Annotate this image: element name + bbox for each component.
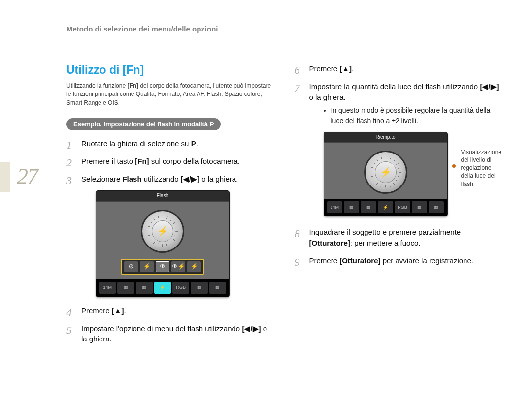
fn-thumb: ▦ [117,282,134,294]
fn-thumb: ▦ [191,282,207,294]
side-tab [0,162,10,192]
flash-option: ⚡ [140,261,154,272]
fn-thumb: ⚡ [378,201,393,213]
fn-thumb: ▦ [361,201,376,213]
fn-thumb: ⚡ [154,282,171,294]
fn-thumb-row: 14M▦▦⚡RGB▦▦ [324,199,447,214]
camera-screen: Flash⚡⊘⚡👁👁⚡⚡14M▦▦⚡RGB▦▦ [96,191,229,297]
right-column: Premere [▲].Impostare la quantità della … [295,63,500,351]
step-item: Inquadrare il soggetto e premere parzial… [295,227,500,248]
annotated-screenshot: Riemp.to⚡14M▦▦⚡RGB▦▦Visualizzazione del … [324,132,500,216]
flash-option: 👁⚡ [171,261,185,272]
example-pill: Esempio. Impostazione del flash in modal… [66,118,221,130]
steps-left: Ruotare la ghiera di selezione su P.Prem… [66,138,272,344]
fn-thumb: ▦ [412,201,427,213]
flash-options-row: ⊘⚡👁👁⚡⚡ [121,259,204,275]
fn-thumb: RGB [395,201,410,213]
flash-option: ⊘ [124,261,138,272]
mode-dial: ⚡ [364,151,407,194]
camera-screen: Riemp.to⚡14M▦▦⚡RGB▦▦ [324,132,447,216]
step-item: Selezionare Flash utilizzando [◀/▶] o la… [66,174,272,297]
left-column: Utilizzo di [Fn] Utilizzando la funzione… [66,63,272,351]
flash-option: 👁 [156,261,169,272]
step-item: Premere il tasto [Fn] sul corpo della fo… [66,156,272,167]
steps-right: Premere [▲].Impostare la quantità della … [295,63,500,266]
page-header: Metodo di selezione dei menu/delle opzio… [66,25,500,36]
step-item: Premere [▲]. [66,306,272,316]
fn-thumb: ▦ [429,201,444,213]
content-columns: Utilizzo di [Fn] Utilizzando la funzione… [66,63,500,351]
section-title: Utilizzo di [Fn] [66,63,272,77]
step-item: Premere [▲]. [295,63,500,74]
fn-thumb: ▦ [136,282,153,294]
camera-screen-title: Riemp.to [324,132,447,143]
step-item: Impostare l'opzione di menu del flash ut… [66,323,272,345]
step-item: Impostare la quantità della luce del fla… [295,81,500,216]
step-item: Ruotare la ghiera di selezione su P. [66,138,272,149]
step-note: In questo modo è possibile regolare la q… [331,105,500,125]
manual-page: 27 Metodo di selezione dei menu/delle op… [0,0,532,401]
fn-thumb: 14M [99,282,116,294]
intro-text: Utilizzando la funzione [Fn] del corpo d… [66,82,272,107]
fn-thumb: ▦ [209,282,226,294]
step-item: Premere [Otturatore] per avviare la regi… [295,255,500,266]
mode-dial: ⚡ [141,210,184,253]
camera-screen-title: Flash [96,191,229,202]
fn-thumb: 14M [327,201,342,213]
page-number: 27 [17,163,37,189]
fn-thumb: RGB [172,282,189,294]
fn-thumb-row: 14M▦▦⚡RGB▦▦ [96,279,229,295]
fn-thumb: ▦ [344,201,359,213]
flash-option: ⚡ [187,261,201,272]
callout-text: Visualizzazione del livello di regolazio… [461,148,502,188]
